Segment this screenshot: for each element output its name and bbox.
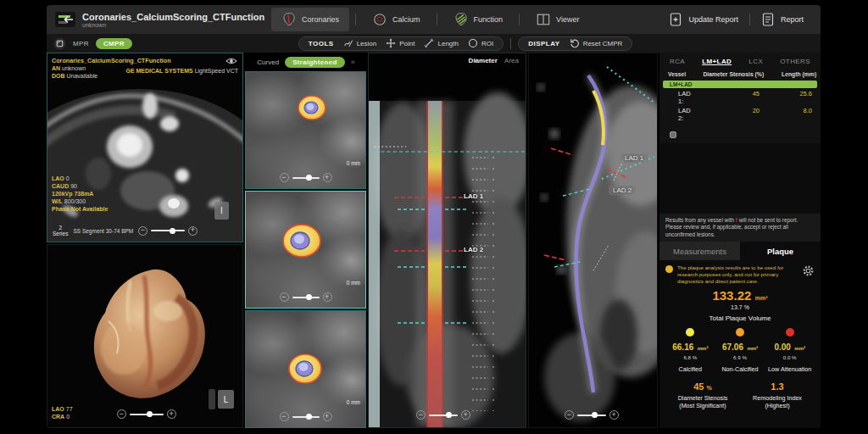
app-window: Coronaries_CalciumScoring_CTFunction unk… [47, 5, 821, 428]
table-row-lad1[interactable]: LAD 1: 45 25.6 [659, 89, 821, 106]
stenosis-value: 45 [692, 90, 760, 105]
slider-minus-icon[interactable] [138, 226, 147, 236]
cross-section-slider[interactable] [280, 173, 332, 182]
gear-settings-icon[interactable] [802, 264, 815, 277]
diameter-toggle[interactable]: Diameter [469, 57, 498, 64]
slider-handle[interactable] [592, 412, 598, 418]
table-row-lad2[interactable]: LAD 2: 20 8.0 [659, 106, 821, 123]
straightened-mode-button[interactable]: Straightened [285, 57, 345, 68]
roi-tool-button[interactable]: ROI [468, 38, 493, 48]
area-toggle[interactable]: Area [504, 57, 519, 64]
eye-visibility-icon[interactable] [225, 57, 237, 65]
non-calcified-unit: mm³ [747, 346, 758, 351]
col-stenosis: Diameter Stenosis (%) [686, 71, 764, 77]
non-calcified-dot-icon [736, 328, 744, 337]
col-length: Length (mm) [764, 71, 816, 77]
tab-measurements[interactable]: Measurements [659, 242, 740, 260]
slider-handle[interactable] [306, 175, 312, 181]
cross-section-slider[interactable] [280, 292, 332, 302]
dob-label: DOB [52, 73, 65, 79]
volume-3d-viewport[interactable]: LAO 77 CRA 0 L [47, 244, 243, 428]
orientation-marker-inferior: I [214, 202, 229, 220]
tab-lcx[interactable]: LCX [748, 58, 763, 65]
slider-plus-icon[interactable] [188, 226, 198, 236]
slider-minus-icon[interactable] [565, 410, 574, 420]
slider-handle[interactable] [306, 414, 312, 420]
volume-rotate-slider[interactable] [117, 409, 176, 419]
slider-minus-icon[interactable] [280, 412, 289, 421]
slider-plus-icon[interactable] [323, 292, 332, 302]
stenosis-sublabel: (Most Significant) [665, 402, 740, 409]
slider-handle[interactable] [446, 412, 452, 418]
cross-section-slider[interactable] [280, 412, 332, 421]
slider-minus-icon[interactable] [117, 409, 126, 419]
non-calcified-label: Non-Calcified [715, 365, 765, 373]
tab-coronaries[interactable]: Coronaries [271, 8, 349, 31]
vessel-name: LAD 1: [678, 90, 692, 105]
lesion-tool-button[interactable]: Lesion [343, 39, 377, 48]
cross-section-viewport-3[interactable]: 0 mm [245, 310, 366, 428]
axial-ct-viewport[interactable]: Coronaries_CalciumScoring_CTFunction AN … [47, 53, 243, 242]
length-value: 25.6 [760, 90, 812, 105]
tab-lm-lad[interactable]: LM+LAD [702, 58, 732, 65]
point-icon [386, 38, 396, 48]
caud-label: CAUD [52, 183, 69, 189]
length-tool-button[interactable]: Length [424, 38, 458, 48]
slider-minus-icon[interactable] [280, 292, 289, 302]
tools-group: TOOLS Lesion Point [298, 36, 504, 51]
axial-scroll-slider[interactable] [138, 226, 198, 236]
plaque-analysis-panel: The plaque analysis results are to be us… [659, 260, 821, 428]
tab-plaque[interactable]: Plaque [740, 242, 821, 260]
lesion-flag-icon[interactable] [670, 131, 676, 138]
mpr-mode-button[interactable]: MPR [73, 40, 89, 47]
slider-plus-icon[interactable] [323, 412, 332, 421]
display-group: DISPLAY Reset CMPR [518, 36, 632, 51]
mpr-toolbar: MPR CMPR TOOLS Lesion Point [47, 34, 821, 53]
vessel-group-row[interactable]: LM+LAD [663, 81, 817, 88]
slider-handle[interactable] [170, 228, 175, 234]
slider-handle[interactable] [147, 411, 153, 417]
viewports: Coronaries_CalciumScoring_CTFunction AN … [47, 53, 821, 428]
back-to-study-list-icon[interactable] [55, 12, 75, 27]
lao-value: 0 [66, 175, 70, 181]
slider-minus-icon[interactable] [280, 173, 289, 182]
layout-icon[interactable] [53, 37, 66, 50]
slider-plus-icon[interactable] [167, 409, 176, 419]
vessel-cross-section-image [246, 72, 365, 183]
tab-others[interactable]: OTHERS [780, 58, 810, 65]
stenosis-unit: % [707, 385, 712, 391]
update-report-button[interactable]: Update Report [660, 8, 747, 31]
nav-separator [749, 14, 750, 25]
slider-plus-icon[interactable] [323, 173, 332, 182]
total-plaque-percent: 13.7 % [665, 304, 815, 310]
straightened-slider[interactable] [416, 410, 470, 420]
tab-viewer[interactable]: Viewer [526, 8, 589, 31]
vol-lao-label: LAO [52, 406, 64, 412]
axial-study-title: Coronaries_CalciumScoring_CTFunction [52, 57, 171, 64]
tab-function[interactable]: Function [443, 8, 514, 31]
curved-mode-button[interactable]: Curved [257, 58, 279, 66]
chevron-right-icon[interactable]: ›› [351, 58, 354, 66]
low-attenuation-value: 0.00 [774, 342, 790, 352]
cross-section-viewport-2[interactable]: 0 mm [245, 191, 366, 309]
slider-handle[interactable] [306, 294, 312, 300]
slider-plus-icon[interactable] [461, 410, 470, 420]
cross-section-viewport-1[interactable]: 0 mm [245, 71, 366, 189]
length-icon [424, 38, 434, 48]
stenosis-most-significant-value: 45 [693, 381, 704, 392]
slider-plus-icon[interactable] [609, 410, 619, 420]
cmpr-mode-button[interactable]: CMPR [96, 38, 132, 49]
curved-slider[interactable] [565, 410, 619, 420]
tab-calcium[interactable]: Calcium [362, 8, 431, 31]
report-button[interactable]: Report [753, 8, 812, 31]
point-tool-button[interactable]: Point [386, 38, 415, 48]
axial-ct-image [47, 53, 242, 242]
curved-mpr-viewport[interactable]: LAD 1 LAD 2 [528, 53, 658, 428]
straightened-vessel-viewport[interactable]: Diameter Area [368, 53, 526, 428]
collapsed-panel-handle[interactable] [209, 389, 215, 409]
non-calcified-value: 67.06 [722, 342, 743, 352]
slider-minus-icon[interactable] [416, 410, 426, 420]
reset-cmpr-button[interactable]: Reset CMPR [570, 38, 623, 48]
vessel-table: Vessel Diameter Stenosis (%) Length (mm)… [659, 68, 821, 138]
tab-rca[interactable]: RCA [670, 58, 685, 65]
